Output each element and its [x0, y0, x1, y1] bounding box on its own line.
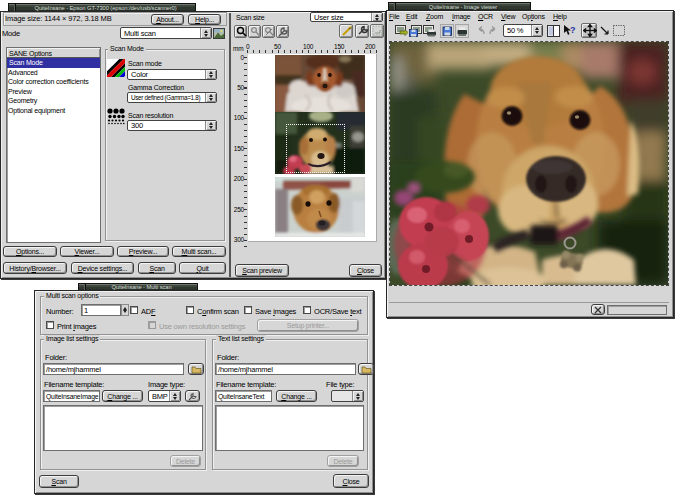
svg-text:?: ?: [570, 25, 575, 35]
